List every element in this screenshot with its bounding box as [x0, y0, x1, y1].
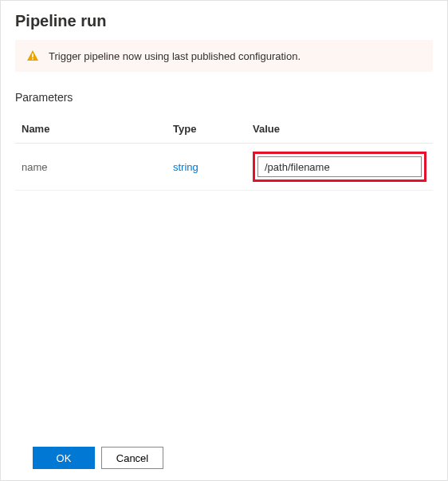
table-row: name string [15, 144, 433, 191]
parameters-section-label: Parameters [1, 72, 447, 110]
param-name-cell: name [22, 161, 173, 173]
param-type-cell: string [173, 161, 253, 173]
warning-icon [26, 49, 39, 62]
info-message: Trigger pipeline now using last publishe… [49, 50, 301, 62]
pipeline-run-panel: Pipeline run Trigger pipeline now using … [0, 0, 448, 481]
column-header-value: Value [253, 123, 426, 135]
column-header-type: Type [173, 123, 253, 135]
footer-actions: OK Cancel [1, 437, 447, 480]
svg-rect-0 [32, 53, 33, 57]
param-value-cell [253, 152, 426, 182]
ok-button[interactable]: OK [33, 447, 95, 469]
param-value-input[interactable] [257, 156, 422, 177]
value-highlight-box [253, 152, 426, 182]
column-header-name: Name [22, 123, 173, 135]
svg-rect-1 [32, 58, 33, 60]
parameters-header-row: Name Type Value [15, 115, 433, 144]
panel-title: Pipeline run [1, 1, 447, 40]
cancel-button[interactable]: Cancel [101, 447, 163, 469]
parameters-table: Name Type Value name string [15, 115, 433, 191]
info-bar: Trigger pipeline now using last publishe… [15, 40, 433, 72]
